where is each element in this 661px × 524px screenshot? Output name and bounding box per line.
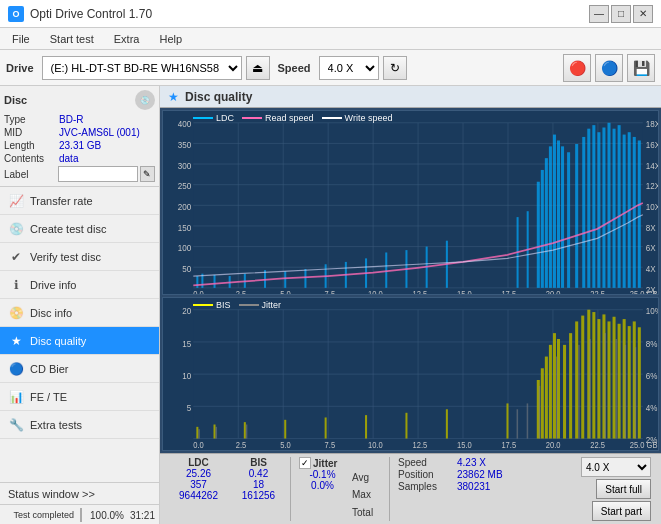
progress-percent: 100.0%	[88, 510, 124, 521]
bis-header: BIS	[235, 457, 282, 468]
disc-panel-header: Disc 💿	[4, 90, 155, 110]
nav-item-disc-info[interactable]: 📀Disc info	[0, 299, 159, 327]
nav-item-cd-bier[interactable]: 🔵CD Bier	[0, 355, 159, 383]
svg-text:4X: 4X	[646, 263, 656, 274]
svg-rect-125	[618, 324, 621, 439]
svg-rect-123	[607, 321, 610, 438]
jitter-max: 0.0%	[299, 480, 346, 491]
status-window-button[interactable]: Status window >>	[0, 483, 159, 505]
disc-label-row: Label ✎	[4, 166, 155, 182]
ldc-stats: LDC 25.26 357 9644262	[166, 457, 231, 521]
disc-type-value: BD-R	[59, 114, 155, 125]
toolbar-action2[interactable]: 🔵	[595, 54, 623, 82]
create-test-disc-icon: 💿	[8, 221, 24, 237]
elapsed-time: 31:21	[130, 510, 155, 521]
start-part-button[interactable]: Start part	[592, 501, 651, 521]
transfer-rate-label: Transfer rate	[30, 195, 93, 207]
close-button[interactable]: ✕	[633, 5, 653, 23]
speed-stat-label: Speed	[398, 457, 453, 468]
svg-rect-50	[607, 123, 610, 288]
svg-rect-39	[549, 146, 552, 287]
ldc-avg: 25.26	[170, 468, 227, 479]
svg-rect-130	[198, 429, 200, 438]
svg-rect-36	[537, 182, 540, 288]
toolbar-action1[interactable]: 🔴	[563, 54, 591, 82]
svg-rect-110	[541, 368, 544, 438]
svg-rect-21	[214, 275, 216, 288]
nav-item-disc-quality[interactable]: ★Disc quality	[0, 327, 159, 355]
menu-extra[interactable]: Extra	[106, 31, 148, 47]
nav-item-create-test-disc[interactable]: 💿Create test disc	[0, 215, 159, 243]
position-row: Position 23862 MB	[398, 469, 573, 480]
start-full-button[interactable]: Start full	[596, 479, 651, 499]
maximize-button[interactable]: □	[611, 5, 631, 23]
jitter-avg: -0.1%	[299, 469, 346, 480]
disc-type-field: Type BD-R	[4, 114, 155, 125]
disc-quality-icon: ★	[168, 90, 179, 104]
minimize-button[interactable]: —	[589, 5, 609, 23]
menu-starttest[interactable]: Start test	[42, 31, 102, 47]
jitter-checkbox[interactable]: ✓	[299, 457, 311, 469]
svg-rect-43	[567, 152, 570, 288]
nav-item-drive-info[interactable]: ℹDrive info	[0, 271, 159, 299]
svg-text:16X: 16X	[646, 140, 658, 151]
svg-text:5: 5	[187, 402, 192, 413]
toolbar-save[interactable]: 💾	[627, 54, 655, 82]
svg-text:15.0: 15.0	[457, 290, 472, 294]
svg-text:8%: 8%	[646, 338, 658, 349]
svg-text:12X: 12X	[646, 181, 658, 192]
svg-rect-26	[304, 269, 306, 288]
svg-rect-121	[597, 319, 600, 438]
disc-mid-label: MID	[4, 127, 59, 138]
svg-rect-108	[506, 403, 508, 438]
ldc-max: 357	[170, 479, 227, 490]
legend-jitter: Jitter	[239, 300, 282, 310]
samples-label: Samples	[398, 481, 453, 492]
disc-label-btn[interactable]: ✎	[140, 166, 155, 182]
menubar: File Start test Extra Help	[0, 28, 661, 50]
svg-text:5.0: 5.0	[280, 440, 291, 450]
eject-button[interactable]: ⏏	[246, 56, 270, 80]
speed-select[interactable]: 4.0 X	[319, 56, 379, 80]
svg-text:6%: 6%	[646, 370, 658, 381]
svg-text:7.5: 7.5	[325, 290, 336, 294]
svg-rect-139	[604, 333, 606, 438]
svg-rect-129	[638, 327, 641, 438]
samples-value: 380231	[457, 481, 490, 492]
bottom-chart-svg: 20 15 10 5 10% 8% 6% 4% 2% 0.0 2.5 5.0	[163, 298, 658, 450]
label-stats: ✓ Jitter -0.1% 0.0%	[295, 457, 350, 521]
disc-info-label: Disc info	[30, 307, 72, 319]
disc-mid-field: MID JVC-AMS6L (001)	[4, 127, 155, 138]
svg-text:14X: 14X	[646, 160, 658, 171]
nav-item-verify-test-disc[interactable]: ✔Verify test disc	[0, 243, 159, 271]
svg-text:22.5: 22.5	[590, 290, 605, 294]
svg-rect-117	[575, 321, 578, 438]
nav-item-extra-tests[interactable]: 🔧Extra tests	[0, 411, 159, 439]
svg-text:6X: 6X	[646, 243, 656, 254]
svg-rect-132	[246, 424, 248, 438]
legend-writespeed: Write speed	[322, 113, 393, 123]
speed-dropdown[interactable]: 4.0 X	[581, 457, 651, 477]
disc-label-input[interactable]	[58, 166, 138, 182]
svg-text:20: 20	[182, 306, 191, 317]
svg-rect-46	[587, 129, 590, 288]
menu-file[interactable]: File	[4, 31, 38, 47]
drive-select[interactable]: (E:) HL-DT-ST BD-RE WH16NS58 TST4	[42, 56, 242, 80]
disc-length-label: Length	[4, 140, 59, 151]
svg-text:150: 150	[178, 222, 192, 233]
svg-rect-131	[216, 427, 218, 439]
extra-tests-icon: 🔧	[8, 417, 24, 433]
disc-contents-value: data	[59, 153, 155, 164]
progress-container: Test completed 100.0% 31:21	[0, 505, 159, 524]
svg-rect-115	[563, 345, 566, 439]
svg-rect-42	[561, 146, 564, 287]
menu-help[interactable]: Help	[151, 31, 190, 47]
legend-readspeed: Read speed	[242, 113, 314, 123]
svg-rect-37	[541, 170, 544, 288]
nav-item-transfer-rate[interactable]: 📈Transfer rate	[0, 187, 159, 215]
nav-item-fe-te[interactable]: 📊FE / TE	[0, 383, 159, 411]
extra-tests-label: Extra tests	[30, 419, 82, 431]
app-title: Opti Drive Control 1.70	[30, 7, 152, 21]
refresh-button[interactable]: ↻	[383, 56, 407, 80]
disc-mid-value: JVC-AMS6L (001)	[59, 127, 155, 138]
